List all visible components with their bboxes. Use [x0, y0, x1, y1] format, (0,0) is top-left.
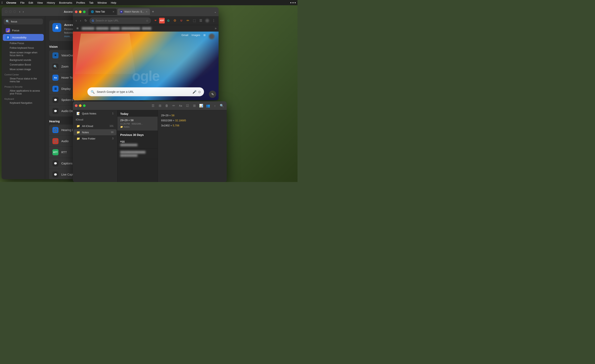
note-item-egg[interactable]: egg ████████████ — [117, 138, 158, 149]
sidebar-sub-follow-focus[interactable]: Follow Focus — [3, 41, 44, 46]
accessibility-icon: ♿ — [6, 35, 10, 40]
google-search-input[interactable]: Search Google or type a URL — [97, 90, 191, 93]
quick-notes-folder[interactable]: 📝 Quick Notes 1 — [74, 110, 116, 117]
note-item-blurred-1[interactable]: ████████████████ ████████████ — [117, 149, 158, 159]
menu-item-window[interactable]: Window — [96, 1, 108, 5]
lens-icon[interactable]: ⊙ — [198, 90, 201, 94]
chrome-tab-new-tab[interactable]: 🌐 New Tab ✕ — [88, 8, 117, 15]
new-tab-close[interactable]: ✕ — [113, 11, 114, 13]
notes-format-aa-btn[interactable]: Aa — [178, 103, 183, 109]
google-search-bar[interactable]: 🔍 Search Google or type a URL 🎤 ⊙ — [87, 87, 204, 96]
menu-item-view[interactable]: View — [36, 1, 44, 5]
extensions-icon[interactable]: ❤ — [153, 18, 158, 23]
notes-checklist-btn[interactable]: ☑ — [184, 103, 190, 109]
notes-more-btn[interactable]: › — [212, 103, 218, 109]
bookmarks-more[interactable]: » — [215, 27, 217, 30]
menu-item-tab[interactable]: Tab — [87, 1, 95, 5]
google-apps-button[interactable]: ⊞ — [203, 34, 206, 39]
bookmark-2[interactable]: ████████ — [96, 27, 108, 29]
notes-search-btn[interactable]: 🔍 — [219, 103, 225, 109]
notes-table-btn[interactable]: ⊞ — [191, 103, 197, 109]
notes-close-button[interactable] — [75, 104, 78, 107]
menu-item-history[interactable]: History — [45, 1, 57, 5]
notes-grid-view-btn[interactable]: ⊞ — [157, 103, 163, 109]
google-account-avatar[interactable] — [209, 34, 214, 39]
address-input[interactable] — [96, 19, 144, 22]
ublock-icon[interactable]: U — [178, 18, 184, 23]
chrome-maximize-button[interactable] — [83, 11, 86, 13]
search-box[interactable]: 🔍 ✕ — [4, 19, 43, 24]
close-button[interactable] — [5, 10, 7, 13]
gmail-link[interactable]: Gmail — [181, 34, 188, 39]
more-menu-button[interactable]: ⋮ — [211, 18, 217, 23]
notes-folder[interactable]: 📁 Notes 98 — [74, 129, 116, 135]
voice-search-icon[interactable]: 🎤 — [192, 90, 197, 94]
sidebar-sub-allow-applications[interactable]: Allow applications to access your Focus — [3, 89, 44, 96]
naruto-tab-close[interactable]: ✕ — [146, 11, 148, 13]
menu-item-chrome[interactable]: Chrome — [5, 1, 18, 5]
notes-chart-btn[interactable]: 📊 — [198, 103, 204, 109]
tab-dropdown-button[interactable]: ⌄ — [214, 10, 217, 13]
bookmark-4[interactable]: ████████████ — [121, 27, 140, 29]
new-tab-button[interactable]: + — [151, 10, 156, 14]
apple-menu[interactable]:  — [2, 1, 3, 4]
playlist-icon[interactable]: ☰ — [198, 18, 204, 23]
tampermonkey-icon[interactable]: ⚙ — [172, 18, 178, 23]
extension-icon-1[interactable]: ⬚ — [191, 18, 197, 23]
images-link[interactable]: Images — [191, 34, 200, 39]
bookmark-1[interactable]: ████████ — [82, 27, 94, 29]
edit-shortcuts-button[interactable]: ✎ — [209, 91, 216, 98]
back-button[interactable]: ‹ — [18, 9, 21, 14]
notes-editor[interactable]: 29+29 = 58 9302/289 = 32.18685 3x1902 = … — [158, 110, 227, 182]
menu-item-profiles[interactable]: Profiles — [75, 1, 87, 5]
bookmark-5[interactable]: ██████ — [142, 27, 151, 29]
sidebar-sub-background-sounds[interactable]: Background sounds — [3, 58, 44, 62]
highlighter-icon[interactable]: ✏ — [185, 18, 191, 23]
reload-button[interactable]: ↻ — [84, 18, 88, 23]
all-icloud-folder[interactable]: 📁 All iCloud 101 — [74, 123, 116, 129]
sidebar-sub-conversation-boost[interactable]: Conversation Boost — [3, 62, 44, 67]
sidebar-item-focus[interactable]: 🌙 Focus — [3, 27, 44, 34]
calc-expression-3: 3x1902 = — [161, 124, 173, 127]
sidebar-sub-show-focus-status[interactable]: Show Focus status in the menu bar — [3, 76, 44, 84]
menu-item-edit[interactable]: Edit — [27, 1, 35, 5]
chrome-close-button[interactable] — [75, 11, 78, 13]
apps-button[interactable]: ⊞ — [75, 27, 80, 30]
group-label-keyboard: Keyboard — [2, 96, 45, 101]
notes-titlebar: ☰ ⊞ 🗑 ✏ Aa ☑ ⊞ 📊 👥 › 🔍 — [73, 101, 227, 110]
search-icon: 🔍 — [6, 20, 10, 23]
back-nav-button[interactable]: ‹ — [75, 18, 78, 23]
profile-icon[interactable] — [204, 18, 210, 23]
chrome-minimize-button[interactable] — [79, 11, 82, 13]
sidebar-sub-follow-keyboard[interactable]: Follow keyboard focus — [3, 46, 44, 50]
sidebar-sub-move-screen[interactable]: Move screen image when focus item is — [3, 50, 44, 58]
chrome-tab-naruto[interactable]: H Watch Naruto: S... ✕ — [118, 8, 150, 15]
note-item-calc[interactable]: 29+29 = 58 11:26 PM 9302/289... 📁 Notes — [117, 117, 158, 131]
notes-maximize-button[interactable] — [83, 104, 86, 107]
bookmark-3[interactable]: ██████ — [110, 27, 120, 29]
sidebar-sub-move-screen-image[interactable]: Move screen image — [3, 67, 44, 72]
address-bar[interactable]: G ☆ — [89, 17, 151, 24]
new-folder-item[interactable]: 📁 New Folder 3 — [74, 136, 116, 142]
grammarly-icon[interactable]: G — [166, 18, 171, 23]
bookmark-icon[interactable]: ☆ — [146, 19, 149, 22]
adblock-icon[interactable]: ABP — [159, 18, 165, 23]
hearing-devices-icon: 🎧 — [52, 127, 58, 133]
menu-item-bookmarks[interactable]: Bookmarks — [57, 1, 74, 5]
sidebar-item-accessibility[interactable]: ♿ Accessibility — [3, 34, 44, 41]
notes-collab-btn[interactable]: 👥 — [205, 103, 211, 109]
minimize-button[interactable] — [9, 10, 12, 13]
menu-item-help[interactable]: Help — [109, 1, 118, 5]
forward-button[interactable]: › — [22, 9, 24, 14]
chrome-toolbar-icons: ❤ ABP G ⚙ U ✏ ⬚ ☰ ⋮ — [153, 18, 217, 23]
notes-minimize-button[interactable] — [79, 104, 82, 107]
sidebar-sub-keyboard-navigation[interactable]: Keyboard Navigation — [3, 101, 44, 105]
forward-nav-button[interactable]: › — [79, 18, 82, 23]
notes-list-view-btn[interactable]: ☰ — [150, 103, 156, 109]
maximize-button[interactable] — [13, 10, 16, 13]
notes-compose-btn[interactable]: ✏ — [171, 103, 177, 109]
menu-item-file[interactable]: File — [19, 1, 26, 5]
notes-delete-btn[interactable]: 🗑 — [164, 103, 170, 109]
search-input[interactable] — [11, 20, 45, 23]
calc-result-1: 58 — [171, 114, 174, 117]
